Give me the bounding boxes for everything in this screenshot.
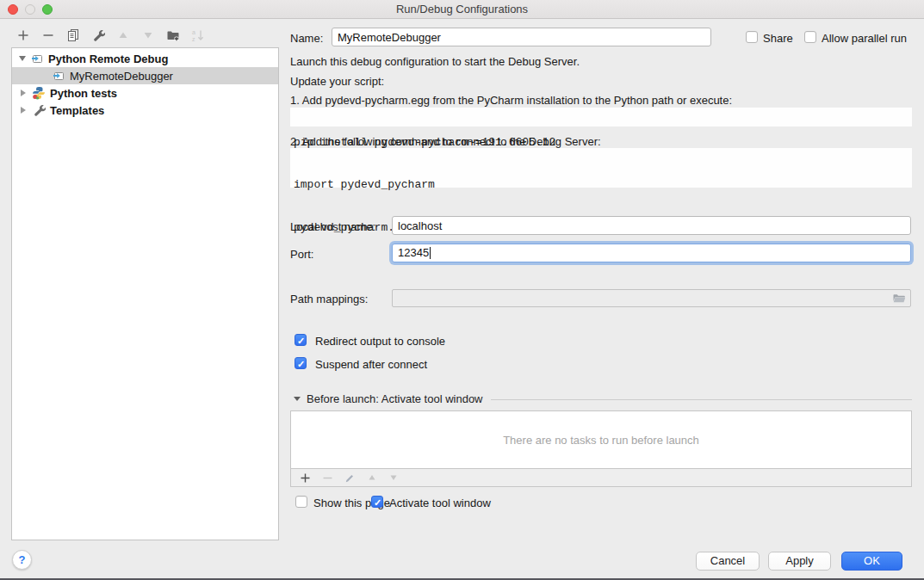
run-configuration-icon bbox=[30, 52, 44, 65]
run-debug-configurations-dialog: Run/Debug Configurations bbox=[0, 0, 924, 580]
port-value: 12345 bbox=[398, 246, 429, 259]
step1-text: 1. Add pydevd-pycharm.egg from the PyCha… bbox=[290, 94, 732, 107]
share-label: Share bbox=[763, 32, 793, 45]
configurations-tree: Python Remote Debug MyRemoteDebugger bbox=[11, 47, 279, 540]
minus-icon bbox=[41, 28, 55, 42]
tree-item-myremotedebugger[interactable]: MyRemoteDebugger bbox=[12, 67, 278, 84]
show-this-page-checkbox[interactable] bbox=[295, 496, 307, 508]
suspend-after-connect-label: Suspend after connect bbox=[315, 358, 427, 371]
move-up-button bbox=[115, 28, 131, 43]
ok-button[interactable]: OK bbox=[841, 552, 902, 571]
tree-item-templates[interactable]: Templates bbox=[12, 102, 278, 119]
divider bbox=[491, 399, 912, 400]
apply-button[interactable]: Apply bbox=[768, 552, 831, 571]
add-configuration-button[interactable] bbox=[16, 28, 31, 43]
before-launch-header[interactable]: Before launch: Activate tool window bbox=[294, 392, 912, 405]
tree-item-label: Templates bbox=[50, 104, 104, 117]
text-cursor bbox=[430, 247, 431, 259]
path-mappings-browse-button[interactable] bbox=[892, 292, 906, 305]
name-label: Name: bbox=[290, 32, 323, 45]
wrench-icon bbox=[32, 103, 46, 117]
tree-toolbar: a z bbox=[16, 25, 206, 46]
remove-configuration-button[interactable] bbox=[40, 28, 56, 43]
path-mappings-field[interactable] bbox=[392, 289, 911, 307]
python-tests-icon bbox=[32, 86, 46, 100]
port-input[interactable]: 12345 bbox=[392, 244, 911, 262]
name-input[interactable] bbox=[332, 28, 711, 46]
plus-icon bbox=[300, 472, 311, 484]
before-launch-title: Before launch: Activate tool window bbox=[307, 392, 483, 405]
task-list-toolbar bbox=[290, 468, 912, 487]
sort-configurations-button: a z bbox=[190, 28, 206, 43]
empty-tasks-message: There are no tasks to run before launch bbox=[503, 434, 699, 447]
cancel-button[interactable]: Cancel bbox=[696, 552, 760, 571]
arrow-up-icon bbox=[367, 472, 377, 483]
edit-task-button bbox=[344, 472, 356, 484]
port-label: Port: bbox=[290, 248, 313, 261]
move-down-button bbox=[140, 28, 156, 43]
before-launch-task-list[interactable]: There are no tasks to run before launch bbox=[290, 410, 912, 469]
minus-icon bbox=[322, 472, 333, 484]
move-task-up-button bbox=[367, 472, 377, 483]
svg-text:a: a bbox=[192, 29, 195, 35]
help-button[interactable]: ? bbox=[12, 550, 32, 570]
collapse-arrow-icon[interactable] bbox=[294, 397, 301, 401]
move-task-down-button bbox=[388, 472, 399, 483]
allow-parallel-run-label: Allow parallel run bbox=[822, 32, 907, 45]
settrace-code: import pydevd_pycharm pydevd_pycharm.set… bbox=[290, 148, 912, 188]
pencil-icon bbox=[344, 472, 356, 484]
code-line: import pydevd_pycharm bbox=[294, 176, 908, 194]
new-folder-icon bbox=[166, 28, 180, 42]
tree-item-label: Python Remote Debug bbox=[48, 52, 168, 65]
path-mappings-label: Path mappings: bbox=[290, 293, 368, 305]
tree-item-label: MyRemoteDebugger bbox=[70, 70, 173, 83]
tree-item-python-remote-debug[interactable]: Python Remote Debug bbox=[12, 50, 278, 67]
sort-alphabetically-icon: a z bbox=[191, 28, 205, 42]
add-task-button[interactable] bbox=[300, 472, 311, 484]
intro-text: Launch this debug configuration to start… bbox=[290, 55, 580, 68]
remove-task-button bbox=[322, 472, 333, 484]
wrench-icon bbox=[91, 28, 105, 42]
collapse-arrow-icon[interactable] bbox=[19, 56, 26, 61]
suspend-after-connect-checkbox[interactable] bbox=[295, 357, 307, 369]
window-title: Run/Debug Configurations bbox=[0, 3, 924, 15]
svg-text:z: z bbox=[192, 36, 195, 42]
allow-parallel-run-checkbox[interactable] bbox=[804, 31, 816, 43]
activate-tool-window-label: Activate tool window bbox=[389, 497, 491, 509]
copy-configuration-button[interactable] bbox=[65, 28, 81, 43]
run-configuration-icon bbox=[52, 69, 65, 83]
step2-text: 2. Add the following command to connect … bbox=[290, 135, 601, 148]
titlebar: Run/Debug Configurations bbox=[0, 0, 924, 19]
update-script-text: Update your script: bbox=[290, 75, 384, 88]
folder-icon bbox=[892, 292, 906, 305]
edit-templates-button[interactable] bbox=[90, 28, 106, 43]
share-checkbox[interactable] bbox=[746, 31, 758, 43]
tree-item-label: Python tests bbox=[50, 87, 117, 100]
expand-arrow-icon[interactable] bbox=[21, 107, 26, 114]
expand-arrow-icon[interactable] bbox=[21, 89, 26, 96]
local-host-label: Local host name: bbox=[290, 220, 375, 233]
plus-icon bbox=[16, 28, 30, 42]
arrow-up-icon bbox=[116, 28, 130, 42]
tree-item-python-tests[interactable]: Python tests bbox=[12, 84, 278, 102]
redirect-output-label: Redirect output to console bbox=[315, 335, 445, 348]
arrow-down-icon bbox=[388, 472, 399, 483]
local-host-input[interactable] bbox=[392, 216, 911, 235]
pip-install-code: pip install pydevd-pycharm~=191.6605.12 bbox=[290, 108, 912, 126]
create-folder-button[interactable] bbox=[165, 28, 181, 43]
redirect-output-checkbox[interactable] bbox=[295, 334, 307, 346]
copy-icon bbox=[66, 28, 80, 42]
arrow-down-icon bbox=[141, 28, 155, 42]
activate-tool-window-checkbox[interactable] bbox=[371, 496, 383, 508]
